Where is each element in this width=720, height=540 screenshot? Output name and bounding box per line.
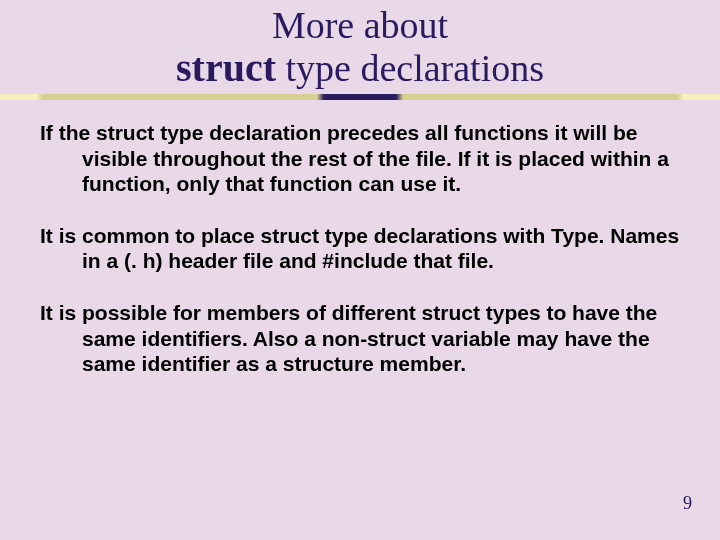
title-line-1: More about <box>0 6 720 46</box>
page-number: 9 <box>683 493 692 514</box>
title-struct-word: struct <box>176 45 276 90</box>
paragraph-2: It is common to place struct type declar… <box>40 223 680 274</box>
slide-body: If the struct type declaration precedes … <box>0 100 720 377</box>
title-line-2: struct type declarations <box>0 46 720 90</box>
slide: More about struct type declarations If t… <box>0 0 720 540</box>
slide-title: More about struct type declarations <box>0 0 720 94</box>
title-rest: type declarations <box>276 47 544 89</box>
paragraph-1: If the struct type declaration precedes … <box>40 120 680 197</box>
paragraph-3: It is possible for members of different … <box>40 300 680 377</box>
